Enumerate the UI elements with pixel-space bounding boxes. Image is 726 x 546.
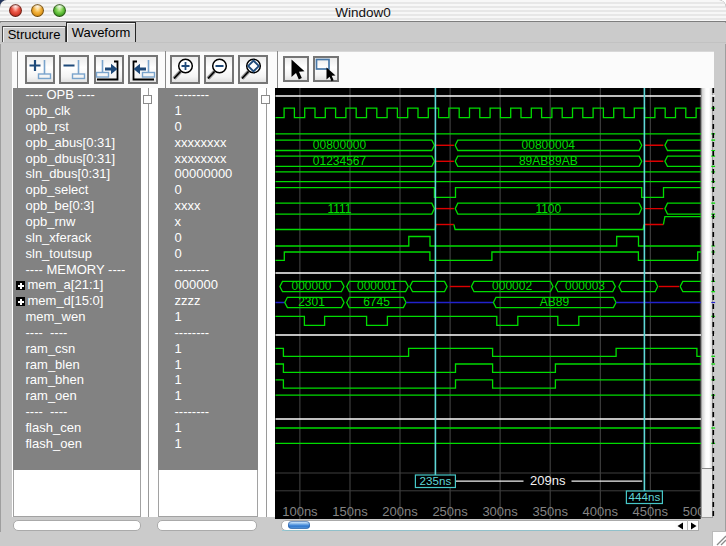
svg-text:444ns: 444ns (628, 490, 660, 503)
svg-text:89AB89AB: 89AB89AB (518, 154, 577, 168)
svg-text:000003: 000003 (564, 279, 604, 293)
svg-text:000001: 000001 (356, 279, 396, 293)
svg-text:2301: 2301 (298, 295, 325, 309)
svg-text:00800000: 00800000 (312, 138, 366, 152)
svg-text:100ns: 100ns (282, 503, 318, 518)
svg-text:AB89: AB89 (539, 295, 569, 309)
svg-text:1100: 1100 (535, 201, 561, 215)
svg-text:235ns: 235ns (419, 474, 451, 487)
svg-text:150ns: 150ns (332, 503, 368, 518)
svg-text:200ns: 200ns (382, 503, 418, 518)
svg-text:250ns: 250ns (432, 503, 468, 518)
svg-text:300ns: 300ns (482, 503, 518, 518)
svg-text:00800004: 00800004 (521, 138, 575, 152)
svg-text:450ns: 450ns (632, 503, 668, 518)
svg-text:6745: 6745 (363, 295, 390, 309)
svg-text:400ns: 400ns (582, 503, 618, 518)
svg-text:000000: 000000 (291, 279, 331, 293)
svg-text:350ns: 350ns (532, 503, 568, 518)
svg-text:01234567: 01234567 (312, 154, 366, 168)
svg-text:000002: 000002 (492, 279, 532, 293)
svg-text:1111: 1111 (327, 201, 351, 215)
svg-text:209ns: 209ns (530, 473, 566, 488)
svg-text:500ns: 500ns (682, 503, 701, 518)
